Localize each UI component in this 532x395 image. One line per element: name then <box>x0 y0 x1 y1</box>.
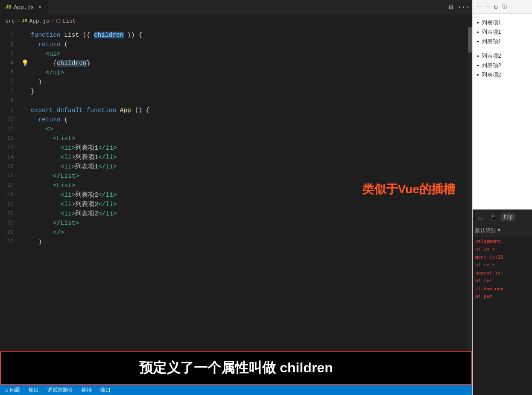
line-number: 19 <box>0 200 20 209</box>
split-editor-button[interactable]: ⊞ <box>446 2 456 12</box>
code-line: 21 </List> <box>0 218 468 228</box>
list-item: • 列表项1 <box>477 28 528 36</box>
line-gutter: 💡 <box>20 59 29 68</box>
code-line: 12 <List> <box>0 134 468 143</box>
breadcrumb-file[interactable]: App.js <box>29 18 49 24</box>
status-ports[interactable]: 端口 <box>99 386 112 394</box>
code-line: 2 return ( <box>0 40 468 49</box>
code-line: 18 <li>列表项2</li> <box>0 190 468 200</box>
line-content[interactable]: </> <box>29 228 468 237</box>
status-problems[interactable]: ⚠ 问题 <box>3 386 22 394</box>
reload-button[interactable]: ↻ <box>493 3 499 11</box>
js-file-icon: JS <box>5 4 11 10</box>
line-content[interactable]: function List ({ children }) { <box>29 30 468 40</box>
line-number: 6 <box>0 77 20 87</box>
breadcrumb: src > JS App.js > ⬡ List <box>0 15 472 27</box>
line-content[interactable]: <li>列表项2</li> <box>29 190 468 200</box>
line-content[interactable]: </List> <box>29 171 468 181</box>
list-item: • 列表项1 <box>477 19 528 27</box>
list-item-label: 列表项1 <box>482 38 501 45</box>
inspect-button[interactable]: ⬚ <box>475 212 485 222</box>
bulb-icon[interactable]: 💡 <box>21 59 29 68</box>
line-number: 21 <box>0 218 20 228</box>
error-line-5: opment.js: <box>475 270 529 277</box>
code-line: 20 <li>列表项2</li> <box>0 209 468 218</box>
line-content[interactable]: } <box>29 87 468 96</box>
line-content[interactable]: <List> <box>29 134 468 143</box>
breadcrumb-component[interactable]: List <box>62 18 76 24</box>
line-content[interactable]: return ( <box>29 115 468 124</box>
status-problems-label: 问题 <box>10 386 20 394</box>
annotation-box: 预定义了一个属性叫做 children <box>0 351 472 385</box>
code-line: 16 </List> <box>0 171 468 181</box>
tab-close-button[interactable]: × <box>36 4 43 11</box>
active-tab[interactable]: JS App.js × <box>0 0 49 15</box>
forward-button[interactable]: → <box>485 3 491 11</box>
top-dropdown[interactable]: top <box>501 213 515 221</box>
line-number: 14 <box>0 153 20 162</box>
bullet: • <box>477 72 479 78</box>
scrollbar-thumb <box>468 27 472 53</box>
code-area[interactable]: 1function List ({ children }) {2 return … <box>0 27 472 351</box>
status-problems-icon: ⚠ <box>5 387 8 393</box>
editor-scrollbar[interactable] <box>468 27 472 351</box>
line-content[interactable]: <li>列表项2</li> <box>29 209 468 218</box>
line-number: 4 <box>0 59 20 68</box>
line-content[interactable]: <ul> <box>29 49 468 59</box>
code-line: 14 <li>列表项1</li> <box>0 153 468 162</box>
status-debug-console[interactable]: 调试控制台 <box>46 386 75 394</box>
line-content[interactable]: ) <box>29 77 468 87</box>
line-number: 13 <box>0 143 20 153</box>
line-content[interactable]: </ul> <box>29 68 468 77</box>
bullet: • <box>477 53 479 59</box>
device-button[interactable]: 📱 <box>488 212 498 222</box>
code-line: 10 return ( <box>0 115 468 124</box>
line-content[interactable]: ) <box>29 237 468 247</box>
error-line-6: at rec <box>475 277 529 285</box>
line-content[interactable]: export default function App () { <box>29 106 468 115</box>
line-content[interactable]: <li>列表项1</li> <box>29 143 468 153</box>
level-arrow: ▼ <box>497 227 500 233</box>
level-label: 默认级别 <box>475 227 496 234</box>
status-debug-label: 调试控制台 <box>47 386 73 394</box>
line-content[interactable]: return ( <box>29 40 468 49</box>
code-line: 9export default function App () { <box>0 106 468 115</box>
line-content[interactable]: <List> <box>29 181 468 190</box>
code-line: 17 <List> <box>0 181 468 190</box>
line-content[interactable]: <li>列表项1</li> <box>29 153 468 162</box>
line-number: 22 <box>0 228 20 237</box>
line-content[interactable]: <li>列表项1</li> <box>29 162 468 171</box>
line-number: 10 <box>0 115 20 124</box>
code-line: 15 <li>列表项1</li> <box>0 162 468 171</box>
line-content[interactable]: </List> <box>29 218 468 228</box>
devtools-level[interactable]: 默认级别 ▼ <box>473 225 532 236</box>
code-scroll[interactable]: 1function List ({ children }) {2 return … <box>0 27 468 351</box>
devtools-content: velopment. at wo r ment.js:26 at re r op… <box>473 236 532 395</box>
status-output[interactable]: 输出 <box>27 386 41 394</box>
line-content[interactable]: {children} <box>29 59 468 68</box>
line-content[interactable]: <li>列表项2</li> <box>29 200 468 209</box>
breadcrumb-sep1: > <box>17 18 20 24</box>
tab-filename: App.js <box>14 4 34 11</box>
line-content[interactable]: <> <box>29 124 468 134</box>
back-button[interactable]: ← <box>476 3 482 11</box>
code-line: 7} <box>0 87 468 96</box>
error-line-1: velopment. <box>475 238 529 245</box>
bullet: • <box>477 29 479 35</box>
code-line: 8 <box>0 96 468 106</box>
status-output-label: 输出 <box>29 386 39 394</box>
code-line: 22 </> <box>0 228 468 237</box>
status-terminal[interactable]: 终端 <box>80 386 94 394</box>
bullet: • <box>477 38 479 45</box>
info-button[interactable]: ⓘ <box>501 3 508 10</box>
breadcrumb-src[interactable]: src <box>5 18 15 24</box>
breadcrumb-sep2: > <box>51 18 54 24</box>
code-line: 11 <> <box>0 124 468 134</box>
line-number: 18 <box>0 190 20 200</box>
list-item: • 列表项1 <box>477 38 528 45</box>
status-ports-label: 端口 <box>100 386 111 394</box>
error-line-2: at wo r <box>475 246 529 253</box>
more-actions-button[interactable]: ··· <box>459 2 469 12</box>
list-group-2: • 列表项2 • 列表项2 • 列表项2 <box>477 52 528 79</box>
error-log: velopment. at wo r ment.js:26 at re r op… <box>475 238 529 301</box>
